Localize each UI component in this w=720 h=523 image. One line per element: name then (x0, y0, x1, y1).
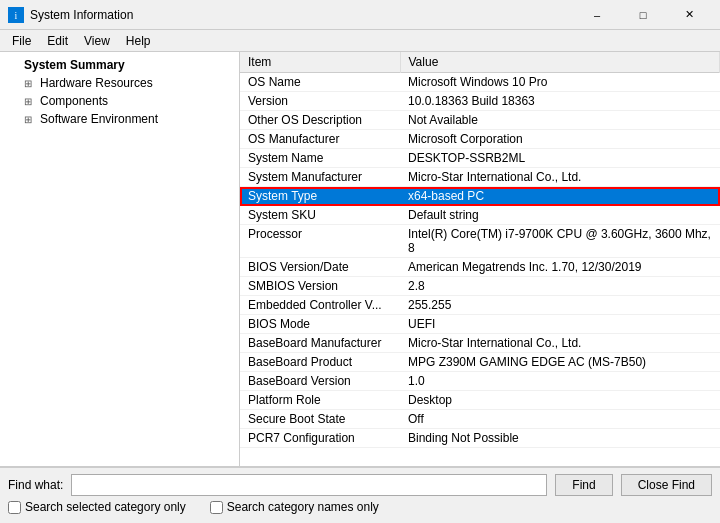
sidebar-item-label: Software Environment (40, 112, 158, 126)
table-cell-value: MPG Z390M GAMING EDGE AC (MS-7B50) (400, 353, 720, 372)
svg-text:i: i (15, 10, 18, 21)
table-cell-item: System Manufacturer (240, 168, 400, 187)
table-cell-item: Other OS Description (240, 111, 400, 130)
table-row[interactable]: Embedded Controller V...255.255 (240, 296, 720, 315)
table-cell-item: System Type (240, 187, 400, 206)
search-category-names-checkbox[interactable] (210, 501, 223, 514)
maximize-button[interactable]: □ (620, 0, 666, 30)
table-cell-value: Default string (400, 206, 720, 225)
sidebar-item-label: System Summary (24, 58, 125, 72)
table-row[interactable]: BaseBoard ManufacturerMicro-Star Interna… (240, 334, 720, 353)
table-cell-value: Microsoft Corporation (400, 130, 720, 149)
table-cell-value: x64-based PC (400, 187, 720, 206)
sidebar-item-label: Hardware Resources (40, 76, 153, 90)
table-container: ItemValue OS NameMicrosoft Windows 10 Pr… (240, 52, 720, 466)
menu-item-help[interactable]: Help (118, 32, 159, 50)
table-row[interactable]: Other OS DescriptionNot Available (240, 111, 720, 130)
table-row[interactable]: OS NameMicrosoft Windows 10 Pro (240, 73, 720, 92)
tree-expander-icon: ⊞ (24, 114, 40, 125)
table-cell-value: American Megatrends Inc. 1.70, 12/30/201… (400, 258, 720, 277)
table-row[interactable]: System NameDESKTOP-SSRB2ML (240, 149, 720, 168)
menu-item-file[interactable]: File (4, 32, 39, 50)
table-row[interactable]: Secure Boot StateOff (240, 410, 720, 429)
table-cell-item: SMBIOS Version (240, 277, 400, 296)
table-cell-item: Processor (240, 225, 400, 258)
table-row[interactable]: OS ManufacturerMicrosoft Corporation (240, 130, 720, 149)
table-cell-value: 1.0 (400, 372, 720, 391)
find-input[interactable] (71, 474, 547, 496)
find-label: Find what: (8, 478, 63, 492)
table-cell-item: BIOS Mode (240, 315, 400, 334)
minimize-button[interactable]: – (574, 0, 620, 30)
table-cell-value: Micro-Star International Co., Ltd. (400, 334, 720, 353)
search-selected-category-checkbox[interactable] (8, 501, 21, 514)
table-row[interactable]: ProcessorIntel(R) Core(TM) i7-9700K CPU … (240, 225, 720, 258)
table-cell-value: UEFI (400, 315, 720, 334)
table-cell-value: 2.8 (400, 277, 720, 296)
find-bar: Find what: Find Close Find Search select… (0, 467, 720, 520)
find-button[interactable]: Find (555, 474, 612, 496)
table-cell-item: PCR7 Configuration (240, 429, 400, 448)
menu-item-view[interactable]: View (76, 32, 118, 50)
table-row[interactable]: BaseBoard ProductMPG Z390M GAMING EDGE A… (240, 353, 720, 372)
table-row[interactable]: BaseBoard Version1.0 (240, 372, 720, 391)
table-cell-item: BaseBoard Product (240, 353, 400, 372)
search-selected-category-label[interactable]: Search selected category only (8, 500, 186, 514)
title-bar: i System Information – □ ✕ (0, 0, 720, 30)
table-header-row: ItemValue (240, 52, 720, 73)
table-cell-value: Binding Not Possible (400, 429, 720, 448)
sidebar-item-software-environment[interactable]: ⊞Software Environment (0, 110, 239, 128)
find-row-2: Search selected category only Search cat… (8, 500, 712, 514)
left-panel: System Summary⊞Hardware Resources⊞Compon… (0, 52, 240, 466)
table-cell-value: Intel(R) Core(TM) i7-9700K CPU @ 3.60GHz… (400, 225, 720, 258)
table-cell-item: BaseBoard Manufacturer (240, 334, 400, 353)
table-cell-value: Microsoft Windows 10 Pro (400, 73, 720, 92)
sidebar-item-label: Components (40, 94, 108, 108)
table-row[interactable]: System SKUDefault string (240, 206, 720, 225)
table-cell-item: System SKU (240, 206, 400, 225)
table-cell-item: OS Name (240, 73, 400, 92)
sidebar-item-components[interactable]: ⊞Components (0, 92, 239, 110)
table-row[interactable]: BIOS Version/DateAmerican Megatrends Inc… (240, 258, 720, 277)
table-cell-value: Off (400, 410, 720, 429)
table-cell-value: Micro-Star International Co., Ltd. (400, 168, 720, 187)
table-cell-item: BIOS Version/Date (240, 258, 400, 277)
table-cell-item: System Name (240, 149, 400, 168)
table-row[interactable]: Platform RoleDesktop (240, 391, 720, 410)
table-cell-item: Platform Role (240, 391, 400, 410)
table-row[interactable]: BIOS ModeUEFI (240, 315, 720, 334)
search-category-names-label[interactable]: Search category names only (210, 500, 379, 514)
table-cell-item: Version (240, 92, 400, 111)
table-cell-item: OS Manufacturer (240, 130, 400, 149)
table-cell-value: 255.255 (400, 296, 720, 315)
close-button[interactable]: ✕ (666, 0, 712, 30)
table-column-item: Item (240, 52, 400, 73)
find-row-1: Find what: Find Close Find (8, 474, 712, 496)
tree-expander-icon: ⊞ (24, 78, 40, 89)
window-title: System Information (30, 8, 574, 22)
sidebar-item-system-summary[interactable]: System Summary (0, 56, 239, 74)
menu-item-edit[interactable]: Edit (39, 32, 76, 50)
app-icon: i (8, 7, 24, 23)
table-cell-item: Embedded Controller V... (240, 296, 400, 315)
table-row[interactable]: System ManufacturerMicro-Star Internatio… (240, 168, 720, 187)
table-row[interactable]: System Typex64-based PC (240, 187, 720, 206)
sidebar-item-hardware-resources[interactable]: ⊞Hardware Resources (0, 74, 239, 92)
data-table: ItemValue OS NameMicrosoft Windows 10 Pr… (240, 52, 720, 448)
table-cell-item: BaseBoard Version (240, 372, 400, 391)
window-controls: – □ ✕ (574, 0, 712, 30)
tree-expander-icon: ⊞ (24, 96, 40, 107)
table-row[interactable]: PCR7 ConfigurationBinding Not Possible (240, 429, 720, 448)
table-cell-value: Not Available (400, 111, 720, 130)
table-row[interactable]: SMBIOS Version2.8 (240, 277, 720, 296)
search-selected-category-text: Search selected category only (25, 500, 186, 514)
table-row[interactable]: Version10.0.18363 Build 18363 (240, 92, 720, 111)
table-cell-value: Desktop (400, 391, 720, 410)
main-container: System Summary⊞Hardware Resources⊞Compon… (0, 52, 720, 467)
table-cell-value: DESKTOP-SSRB2ML (400, 149, 720, 168)
close-find-button[interactable]: Close Find (621, 474, 712, 496)
menu-bar: FileEditViewHelp (0, 30, 720, 52)
table-cell-value: 10.0.18363 Build 18363 (400, 92, 720, 111)
table-cell-item: Secure Boot State (240, 410, 400, 429)
table-column-value: Value (400, 52, 720, 73)
